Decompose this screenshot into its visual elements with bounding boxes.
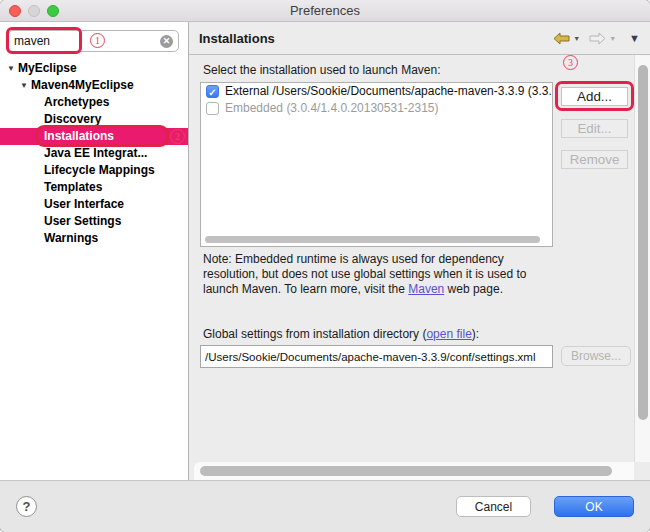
installations-list[interactable]: ✓ External /Users/Sookie/Documents/apach… (200, 82, 553, 247)
zoom-window-icon[interactable] (47, 5, 59, 17)
preferences-window: Preferences ✕ 1 ▼MyEclipse ▼Maven4MyEcli… (0, 0, 650, 532)
annotation-box-add (555, 81, 634, 111)
pane-vertical-scrollbar-track[interactable] (634, 55, 650, 462)
history-nav: ▼ ▼ ▼ (553, 32, 640, 45)
tree-item-maven4myeclipse[interactable]: ▼Maven4MyEclipse (0, 77, 188, 94)
pane-horizontal-scrollbar-thumb[interactable] (200, 466, 612, 476)
tree-item-archetypes[interactable]: Archetypes (0, 94, 188, 111)
installations-content: Select the installation used to launch M… (189, 55, 650, 480)
title-bar: Preferences (0, 0, 650, 22)
back-history-caret-icon[interactable]: ▼ (573, 35, 580, 42)
tree-item-java-ee-integration[interactable]: Java EE Integrat... (0, 145, 188, 162)
pane-title: Installations (199, 31, 275, 46)
back-arrow-icon[interactable] (553, 32, 570, 45)
close-window-icon[interactable] (9, 5, 21, 17)
tree-item-lifecycle-mappings[interactable]: Lifecycle Mappings (0, 162, 188, 179)
annotation-number-3: 3 (563, 55, 578, 70)
tree-item-myeclipse[interactable]: ▼MyEclipse (0, 60, 188, 77)
list-item-embedded[interactable]: Embedded (3.0.4/1.4.0.20130531-2315) (201, 100, 552, 117)
annotation-box-installations (35, 125, 169, 147)
tree-item-installations[interactable]: Installations 2 (0, 128, 188, 145)
tree-item-user-settings[interactable]: User Settings (0, 213, 188, 230)
forward-arrow-icon (589, 32, 606, 45)
help-button[interactable]: ? (16, 496, 37, 517)
view-menu-icon[interactable]: ▼ (629, 32, 640, 44)
disclosure-triangle-icon[interactable]: ▼ (7, 60, 18, 77)
pane-vertical-scrollbar-thumb[interactable] (638, 65, 648, 420)
window-title: Preferences (290, 3, 360, 18)
open-file-link[interactable]: open file (426, 327, 471, 341)
disclosure-triangle-icon[interactable]: ▼ (20, 77, 31, 94)
installations-pane: Installations ▼ ▼ ▼ Select the installat… (189, 22, 650, 480)
remove-button: Remove (561, 150, 628, 169)
preferences-sidebar: ✕ 1 ▼MyEclipse ▼Maven4MyEclipse Archetyp… (0, 22, 189, 480)
list-horizontal-scrollbar[interactable] (205, 236, 540, 243)
pane-horizontal-scrollbar-track[interactable] (194, 462, 634, 480)
minimize-window-icon (28, 5, 40, 17)
forward-history-caret-icon: ▼ (609, 35, 616, 42)
preferences-tree: ▼MyEclipse ▼Maven4MyEclipse Archetypes D… (0, 60, 188, 247)
dialog-footer: ? Cancel OK (0, 480, 650, 532)
select-installation-label: Select the installation used to launch M… (203, 63, 440, 77)
ok-button[interactable]: OK (554, 496, 634, 517)
list-item-external[interactable]: ✓ External /Users/Sookie/Documents/apach… (201, 83, 552, 100)
traffic-lights (9, 5, 59, 17)
tree-item-templates[interactable]: Templates (0, 179, 188, 196)
annotation-number-2: 2 (170, 129, 185, 144)
checkbox-external-checked[interactable]: ✓ (206, 85, 219, 98)
clear-search-icon[interactable]: ✕ (160, 35, 173, 48)
tree-item-user-interface[interactable]: User Interface (0, 196, 188, 213)
settings-path-input[interactable] (200, 345, 553, 368)
tree-item-warnings[interactable]: Warnings (0, 230, 188, 247)
maven-link[interactable]: Maven (408, 282, 444, 296)
cancel-button[interactable]: Cancel (456, 496, 531, 517)
edit-button: Edit... (561, 119, 628, 138)
pane-header: Installations ▼ ▼ ▼ (189, 22, 650, 55)
global-settings-label: Global settings from installation direct… (203, 327, 479, 341)
annotation-number-1: 1 (90, 33, 105, 48)
annotation-box-search (6, 27, 82, 54)
browse-button: Browse... (561, 346, 631, 366)
filter-search-wrap: ✕ 1 (8, 30, 180, 52)
checkbox-embedded-unchecked[interactable] (206, 102, 219, 115)
embedded-runtime-note: Note: Embedded runtime is always used fo… (203, 252, 551, 297)
